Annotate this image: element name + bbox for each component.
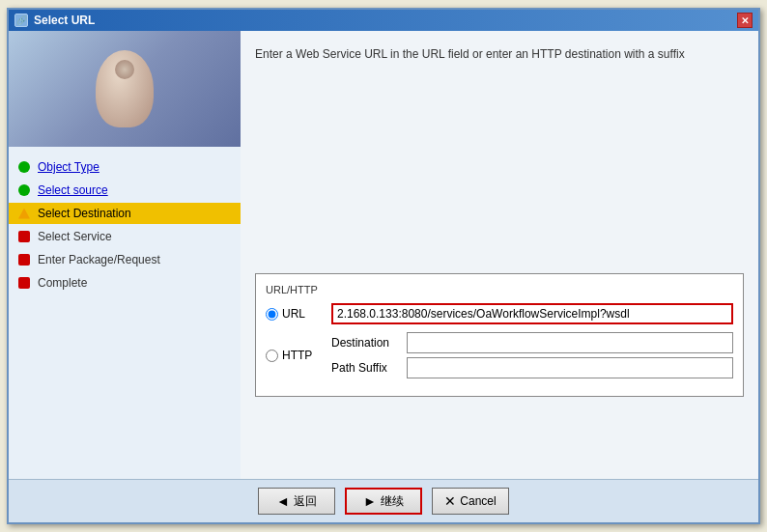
content-area: Enter a Web Service URL in the URL field… — [241, 31, 758, 479]
sidebar-decorative-image — [9, 31, 241, 147]
destination-input[interactable] — [407, 332, 733, 353]
url-input[interactable] — [331, 303, 733, 324]
sidebar-item-object-type[interactable]: Object Type — [9, 156, 241, 178]
destination-label: Destination — [331, 336, 399, 350]
bottom-spacer — [255, 406, 744, 464]
url-http-section: URL/HTTP URL HTTP — [255, 273, 744, 397]
http-radio-text: HTTP — [282, 349, 312, 362]
sidebar: Object Type Select source Select Destina… — [9, 31, 241, 479]
title-bar: 🔗 Select URL ✕ — [9, 10, 758, 31]
url-radio[interactable] — [266, 308, 278, 321]
status-dot-triangle — [18, 209, 30, 219]
back-label: 返回 — [294, 493, 317, 510]
status-dot-green-1 — [18, 161, 30, 173]
status-dot-red-3 — [18, 277, 30, 289]
status-dot-red-2 — [18, 254, 30, 266]
http-radio[interactable] — [266, 350, 278, 362]
http-radio-label[interactable]: HTTP — [266, 349, 324, 362]
destination-row: Destination — [331, 332, 733, 353]
close-button[interactable]: ✕ — [737, 13, 753, 28]
cancel-label: Cancel — [460, 494, 496, 508]
cancel-icon: ✕ — [444, 493, 456, 509]
next-icon: ► — [363, 493, 377, 509]
path-suffix-label: Path Suffix — [331, 361, 399, 375]
cancel-button[interactable]: ✕ Cancel — [432, 488, 509, 515]
sidebar-item-enter-package: Enter Package/Request — [9, 249, 241, 270]
url-radio-label[interactable]: URL — [266, 307, 324, 321]
sidebar-item-complete: Complete — [9, 272, 241, 294]
back-icon: ◄ — [276, 493, 290, 509]
sidebar-label-complete: Complete — [38, 276, 87, 290]
sidebar-label-object-type: Object Type — [38, 160, 99, 174]
path-suffix-row: Path Suffix — [331, 357, 733, 378]
http-form-row: HTTP Destination Path Suffix — [266, 332, 733, 378]
status-dot-red-1 — [18, 231, 30, 242]
sidebar-item-select-service: Select Service — [9, 226, 241, 247]
window-title: Select URL — [34, 14, 95, 27]
description-text: Enter a Web Service URL in the URL field… — [255, 45, 719, 63]
spacer — [255, 82, 744, 273]
main-window: 🔗 Select URL ✕ Object Type Select source — [7, 8, 760, 524]
footer: ◄ 返回 ► 继续 ✕ Cancel — [9, 479, 758, 522]
window-icon: 🔗 — [14, 14, 28, 27]
url-form-row: URL — [266, 303, 733, 324]
sidebar-label-select-source: Select source — [38, 183, 108, 197]
sidebar-item-select-source[interactable]: Select source — [9, 180, 241, 201]
back-button[interactable]: ◄ 返回 — [258, 488, 335, 515]
sidebar-nav: Object Type Select source Select Destina… — [9, 147, 241, 479]
next-label: 继续 — [381, 493, 404, 510]
http-fields: Destination Path Suffix — [331, 332, 733, 378]
http-row-top: HTTP Destination Path Suffix — [266, 332, 733, 378]
status-dot-green-2 — [18, 184, 30, 196]
sidebar-item-select-destination: Select Destination — [9, 203, 241, 224]
path-suffix-input[interactable] — [407, 357, 733, 378]
url-section-title: URL/HTTP — [266, 284, 733, 295]
title-bar-left: 🔗 Select URL — [14, 14, 95, 27]
sidebar-label-select-destination: Select Destination — [38, 207, 131, 220]
url-radio-text: URL — [282, 307, 305, 321]
sidebar-label-enter-package: Enter Package/Request — [38, 253, 160, 266]
sidebar-label-select-service: Select Service — [38, 230, 112, 243]
next-button[interactable]: ► 继续 — [345, 488, 422, 515]
window-body: Object Type Select source Select Destina… — [9, 31, 758, 479]
